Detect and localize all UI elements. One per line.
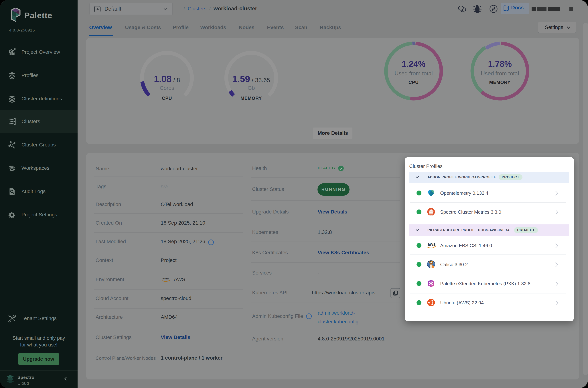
svg-text:aws: aws (428, 242, 436, 247)
svg-text:aws: aws (162, 276, 169, 280)
